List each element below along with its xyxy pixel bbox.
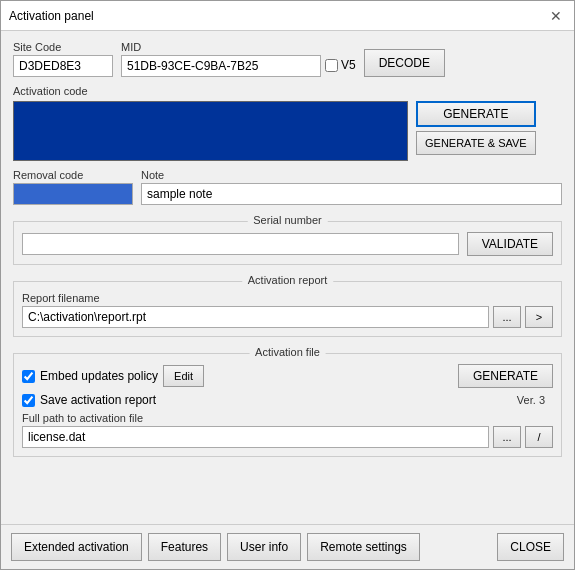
v5-label: V5 (341, 58, 356, 72)
v5-checkbox[interactable] (325, 59, 338, 72)
serial-number-input[interactable] (22, 233, 459, 255)
save-activation-checkbox[interactable] (22, 394, 35, 407)
save-activation-label: Save activation report (40, 393, 156, 407)
report-filename-row: ... > (22, 306, 553, 328)
report-filename-label: Report filename (22, 292, 553, 304)
content-area: Site Code MID V5 DECODE Activation code (1, 31, 574, 524)
serial-number-title: Serial number (247, 214, 327, 226)
removal-code-input[interactable] (13, 183, 133, 205)
window-title: Activation panel (9, 9, 94, 23)
removal-code-group: Removal code (13, 169, 133, 205)
site-code-group: Site Code (13, 41, 113, 77)
generate-button[interactable]: GENERATE (416, 101, 536, 127)
report-filename-input[interactable] (22, 306, 489, 328)
embed-updates-checkbox[interactable] (22, 370, 35, 383)
report-open-button[interactable]: > (525, 306, 553, 328)
features-button[interactable]: Features (148, 533, 221, 561)
version-text: Ver. 3 (517, 394, 545, 406)
mid-input[interactable] (121, 55, 321, 77)
full-path-input[interactable] (22, 426, 489, 448)
embed-updates-label: Embed updates policy (40, 369, 158, 383)
window-close-button[interactable]: ✕ (546, 9, 566, 23)
mid-label: MID (121, 41, 356, 53)
title-bar: Activation panel ✕ (1, 1, 574, 31)
generate-save-button[interactable]: GENERATE & SAVE (416, 131, 536, 155)
activation-code-row: GENERATE GENERATE & SAVE (13, 101, 562, 161)
activation-panel-window: Activation panel ✕ Site Code MID V5 DECO (0, 0, 575, 570)
site-mid-row: Site Code MID V5 DECODE (13, 41, 562, 77)
note-input[interactable] (141, 183, 562, 205)
edit-button[interactable]: Edit (163, 365, 204, 387)
generate-buttons: GENERATE GENERATE & SAVE (416, 101, 536, 155)
validate-button[interactable]: VALIDATE (467, 232, 553, 256)
full-path-slash-button[interactable]: / (525, 426, 553, 448)
full-path-group: Full path to activation file ... / (22, 412, 553, 448)
close-button[interactable]: CLOSE (497, 533, 564, 561)
report-browse-button[interactable]: ... (493, 306, 521, 328)
generate-file-button[interactable]: GENERATE (458, 364, 553, 388)
full-path-browse-button[interactable]: ... (493, 426, 521, 448)
activation-report-section: Activation report Report filename ... > (13, 281, 562, 337)
activation-file-title: Activation file (249, 346, 326, 358)
decode-button[interactable]: DECODE (364, 49, 445, 77)
site-code-label: Site Code (13, 41, 113, 53)
full-path-label: Full path to activation file (22, 412, 553, 424)
serial-number-section: Serial number VALIDATE (13, 221, 562, 265)
note-group: Note (141, 169, 562, 205)
extended-activation-button[interactable]: Extended activation (11, 533, 142, 561)
mid-group: MID V5 (121, 41, 356, 77)
activation-code-section: Activation code GENERATE GENERATE & SAVE (13, 85, 562, 161)
user-info-button[interactable]: User info (227, 533, 301, 561)
remote-settings-button[interactable]: Remote settings (307, 533, 420, 561)
activation-code-label: Activation code (13, 85, 562, 97)
removal-code-label: Removal code (13, 169, 133, 181)
footer: Extended activation Features User info R… (1, 524, 574, 569)
removal-note-row: Removal code Note (13, 169, 562, 205)
activation-file-section: Activation file Embed updates policy Edi… (13, 353, 562, 457)
full-path-row: ... / (22, 426, 553, 448)
note-label: Note (141, 169, 562, 181)
report-filename-group: Report filename ... > (22, 292, 553, 328)
v5-checkbox-wrap: V5 (325, 58, 356, 72)
site-code-input[interactable] (13, 55, 113, 77)
activation-report-title: Activation report (242, 274, 333, 286)
activation-code-box (13, 101, 408, 161)
